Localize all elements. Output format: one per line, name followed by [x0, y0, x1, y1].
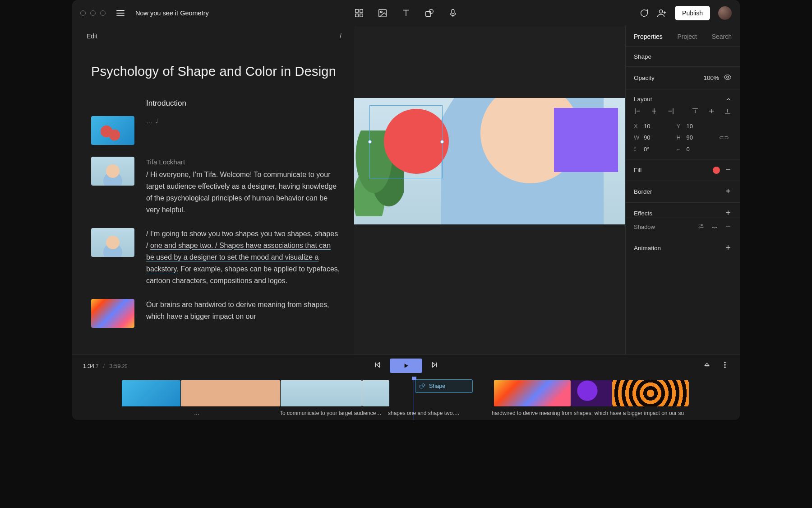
add-border-icon[interactable] [724, 187, 732, 196]
opacity-label: Opacity [634, 75, 655, 81]
y-value[interactable]: 10 [687, 123, 693, 130]
align-left-icon[interactable] [634, 107, 642, 117]
border-label: Border [634, 188, 652, 195]
rotation-value[interactable]: 0° [644, 146, 649, 153]
canvas-shape-square[interactable] [554, 108, 618, 172]
edit-mode-label[interactable]: Edit [87, 33, 97, 40]
align-center-h-icon[interactable] [650, 107, 658, 117]
fill-swatch[interactable] [713, 167, 720, 174]
tab-properties[interactable]: Properties [634, 33, 663, 40]
grid-icon[interactable] [354, 8, 364, 18]
selection-box[interactable] [369, 105, 443, 178]
add-effect-icon[interactable] [724, 209, 732, 218]
x-value[interactable]: 10 [644, 123, 650, 130]
shapes-icon[interactable] [424, 8, 434, 18]
skip-forward-icon[interactable] [430, 361, 438, 371]
time-readout: 1:34.7 / 3:59.25 [83, 363, 128, 369]
corner-radius-icon: ⌐ [677, 146, 683, 153]
corner-value[interactable]: 0 [687, 146, 690, 153]
svg-rect-1 [360, 9, 363, 12]
menu-icon[interactable] [116, 10, 125, 16]
tab-search[interactable]: Search [712, 33, 732, 40]
mic-icon[interactable] [448, 8, 458, 18]
resize-handle-left[interactable] [368, 140, 372, 144]
play-button[interactable] [390, 359, 422, 373]
svg-point-9 [660, 10, 663, 13]
h-value[interactable]: 90 [687, 134, 693, 141]
publish-button[interactable]: Publish [675, 6, 710, 20]
transcript-paragraph-1[interactable]: / Hi everyone, I’m Tifa. Welcome! To com… [146, 169, 341, 216]
user-avatar[interactable] [718, 6, 732, 20]
project-title[interactable]: Now you see it Geometry [135, 9, 209, 17]
timeline-clip[interactable] [181, 380, 280, 406]
opacity-value[interactable]: 100% [703, 75, 719, 81]
visibility-toggle-icon[interactable] [724, 73, 732, 83]
timeline-clip[interactable] [122, 380, 180, 406]
clip-thumb-speaker-1[interactable] [91, 157, 134, 186]
svg-rect-16 [420, 385, 423, 388]
traffic-close[interactable] [80, 10, 86, 16]
add-animation-icon[interactable] [724, 244, 732, 252]
animation-label: Animation [634, 245, 661, 252]
timeline-shape-track[interactable]: Shape [415, 379, 473, 393]
timeline-clip[interactable] [571, 380, 612, 406]
timeline-clip[interactable] [281, 380, 362, 406]
link-wh-icon[interactable]: ⊂⊃ [719, 134, 732, 141]
canvas[interactable] [354, 26, 625, 354]
align-center-v-icon[interactable] [707, 107, 715, 117]
kebab-menu-icon[interactable] [721, 361, 729, 371]
image-icon[interactable] [378, 8, 388, 18]
text-icon[interactable] [401, 8, 411, 18]
speaker-name: Tifa Lockhart [146, 157, 341, 168]
skip-back-icon[interactable] [374, 361, 382, 371]
timeline-clip[interactable] [362, 380, 389, 406]
playhead[interactable] [414, 377, 414, 420]
clip-thumb-pool[interactable] [91, 116, 134, 145]
rotation-icon: ⟟ [634, 145, 640, 153]
effects-label: Effects [634, 210, 652, 217]
window-controls[interactable] [80, 10, 106, 16]
transcript-paragraph-2[interactable]: / I’m going to show you two shapes you t… [146, 228, 341, 287]
document-title[interactable]: Psychology of Shape and Color in Design [91, 64, 341, 79]
effect-visibility-icon[interactable] [711, 223, 718, 231]
traffic-minimize[interactable] [90, 10, 96, 16]
svg-point-11 [701, 224, 703, 226]
align-top-icon[interactable] [691, 107, 699, 117]
effect-settings-icon[interactable] [697, 223, 705, 231]
align-right-icon[interactable] [666, 107, 674, 117]
clip-thumb-speaker-2[interactable] [91, 228, 134, 257]
tab-project[interactable]: Project [677, 33, 697, 40]
align-bottom-icon[interactable] [724, 107, 732, 117]
timeline[interactable]: Shape … To communicate to your target au… [72, 377, 740, 420]
video-preview[interactable] [354, 98, 625, 224]
svg-rect-0 [355, 9, 358, 12]
w-value[interactable]: 90 [644, 134, 650, 141]
remove-effect-icon[interactable] [724, 223, 732, 231]
traffic-zoom[interactable] [100, 10, 106, 16]
section-heading[interactable]: Introduction [146, 99, 341, 108]
svg-rect-6 [426, 11, 431, 16]
layout-label: Layout [634, 96, 652, 103]
svg-point-12 [699, 227, 700, 228]
timeline-caption[interactable]: To communicate to your target audience… [280, 410, 388, 416]
breadcrumb-slash: / [340, 33, 341, 40]
chevron-up-icon[interactable] [725, 96, 732, 103]
eject-icon[interactable] [703, 361, 711, 371]
shadow-effect[interactable]: Shadow [634, 224, 658, 230]
clip-thumb-rainbow[interactable] [91, 299, 134, 328]
timeline-caption[interactable]: hardwired to derive meaning from shapes,… [465, 410, 740, 416]
add-user-icon[interactable] [657, 8, 667, 18]
svg-rect-2 [355, 14, 358, 17]
timeline-clip[interactable] [494, 380, 571, 406]
transcript-paragraph-3[interactable]: Our brains are hardwired to derive meani… [146, 299, 341, 322]
svg-point-13 [724, 362, 725, 363]
comment-icon[interactable] [639, 8, 649, 18]
svg-rect-3 [360, 14, 363, 17]
svg-point-5 [380, 11, 382, 13]
timeline-clip[interactable] [612, 380, 689, 406]
resize-handle-right[interactable] [440, 140, 444, 144]
remove-fill-icon[interactable] [724, 166, 732, 174]
svg-rect-8 [452, 9, 454, 14]
timeline-caption[interactable]: shapes one and shape two.… [388, 410, 465, 416]
timeline-caption[interactable]: … [122, 410, 280, 416]
